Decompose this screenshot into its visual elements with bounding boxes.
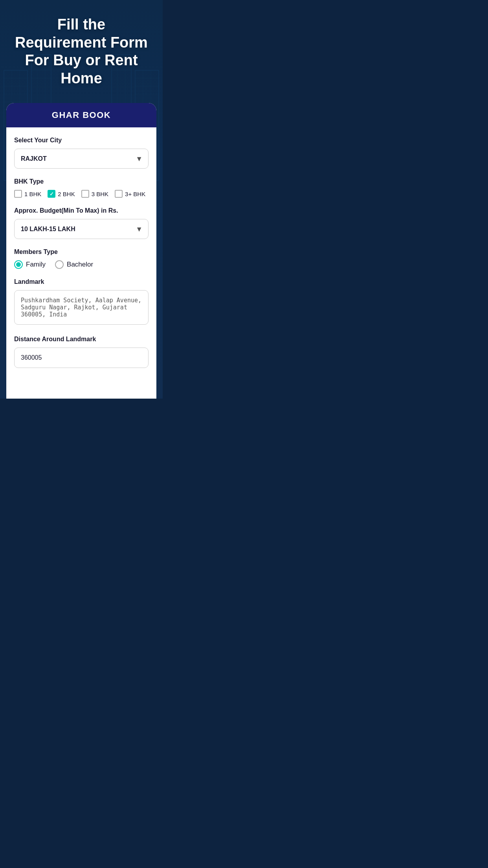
bhk4-item[interactable]: 3+ BHK — [115, 190, 145, 198]
bhk4-checkbox[interactable] — [115, 190, 123, 198]
city-label: Select Your City — [14, 137, 149, 144]
city-select[interactable]: RAJKOT AHMEDABAD SURAT VADODARA GANDHINA… — [15, 149, 148, 168]
distance-input[interactable] — [14, 348, 149, 368]
bachelor-radio[interactable] — [55, 260, 64, 269]
city-select-wrapper[interactable]: RAJKOT AHMEDABAD SURAT VADODARA GANDHINA… — [14, 149, 149, 169]
bhk3-label: 3 BHK — [92, 191, 108, 197]
bachelor-label: Bachelor — [67, 261, 93, 268]
bhk2-checkbox[interactable] — [48, 190, 55, 198]
bhk-section: BHK Type 1 BHK 2 BHK 3 BHK 3+ BHK — [14, 178, 149, 198]
bhk1-checkbox[interactable] — [14, 190, 22, 198]
bachelor-item[interactable]: Bachelor — [55, 260, 93, 269]
budget-section: Approx. Budget(Min To Max) in Rs. 10 LAK… — [14, 207, 149, 239]
hero-title: Fill the Requirement Form For Buy or Ren… — [8, 16, 155, 87]
city-section: Select Your City RAJKOT AHMEDABAD SURAT … — [14, 137, 149, 169]
budget-select-wrapper[interactable]: 10 LAKH-15 LAKH 15 LAKH-25 LAKH 25 LAKH-… — [14, 219, 149, 239]
bhk2-label: 2 BHK — [58, 191, 75, 197]
form-title: GHAR BOOK — [14, 110, 149, 120]
members-type-section: Members Type Family Bachelor — [14, 248, 149, 269]
landmark-section: Landmark Pushkardham Society, Aalap Aven… — [14, 278, 149, 326]
bhk3-item[interactable]: 3 BHK — [81, 190, 108, 198]
family-radio[interactable] — [14, 260, 23, 269]
bhk4-label: 3+ BHK — [125, 191, 145, 197]
budget-label: Approx. Budget(Min To Max) in Rs. — [14, 207, 149, 214]
bhk3-checkbox[interactable] — [81, 190, 89, 198]
form-card: GHAR BOOK Select Your City RAJKOT AHMEDA… — [6, 103, 156, 399]
bhk-options: 1 BHK 2 BHK 3 BHK 3+ BHK — [14, 190, 149, 198]
landmark-label: Landmark — [14, 278, 149, 285]
radio-options: Family Bachelor — [14, 260, 149, 269]
budget-select[interactable]: 10 LAKH-15 LAKH 15 LAKH-25 LAKH 25 LAKH-… — [15, 219, 148, 239]
family-label: Family — [26, 261, 46, 268]
distance-section: Distance Around Landmark — [14, 336, 149, 368]
bhk-label: BHK Type — [14, 178, 149, 185]
hero-section: Fill the Requirement Form For Buy or Ren… — [0, 0, 163, 95]
distance-label: Distance Around Landmark — [14, 336, 149, 343]
form-body: Select Your City RAJKOT AHMEDABAD SURAT … — [6, 127, 156, 387]
form-header: GHAR BOOK — [6, 103, 156, 127]
family-item[interactable]: Family — [14, 260, 46, 269]
landmark-input[interactable]: Pushkardham Society, Aalap Avenue, Sadgu… — [14, 290, 149, 325]
bhk1-label: 1 BHK — [24, 191, 41, 197]
bhk2-item[interactable]: 2 BHK — [48, 190, 75, 198]
bhk1-item[interactable]: 1 BHK — [14, 190, 41, 198]
members-type-label: Members Type — [14, 248, 149, 256]
